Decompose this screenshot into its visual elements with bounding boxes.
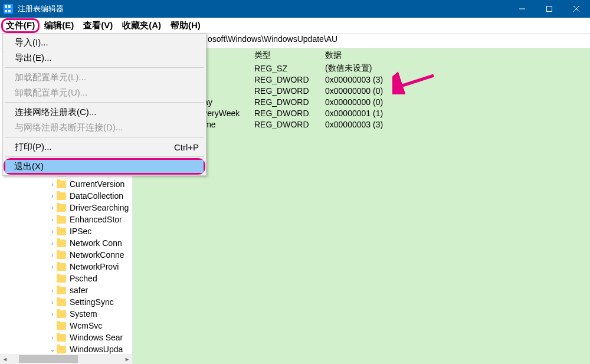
minimize-button[interactable] [509, 0, 536, 18]
scroll-thumb[interactable] [19, 355, 78, 363]
menu-item-export[interactable]: 导出(E)... [4, 50, 205, 65]
folder-icon [57, 346, 66, 353]
window-title: 注册表编辑器 [18, 4, 509, 14]
tree-item[interactable]: ›SettingSync [0, 296, 132, 308]
horizontal-scrollbar[interactable]: ◄ ► [0, 354, 132, 364]
tree: BITS›CurrentVersion›DataCollection›Drive… [0, 166, 132, 364]
folder-icon [57, 310, 66, 318]
scroll-left-button[interactable]: ◄ [0, 354, 10, 364]
tree-expander-icon[interactable]: › [48, 228, 57, 235]
tree-item[interactable]: ›Windows Sear [0, 332, 132, 343]
menu-separator [5, 102, 204, 103]
tree-item[interactable]: ›NetworkConne [0, 249, 132, 261]
tree-item-label: System [70, 309, 97, 319]
tree-expander-icon[interactable]: › [48, 205, 57, 211]
folder-icon [57, 204, 66, 212]
menu-item-disconnect-net: 与网络注册表断开连接(D)... [4, 120, 205, 135]
tree-item[interactable]: ›NetworkProvi [0, 261, 132, 273]
cell-data: 0x00000003 (3) [325, 75, 590, 84]
tree-expander-icon[interactable]: ⌄ [48, 346, 57, 353]
address-path-fragment: osoft\Windows\WindowsUpdate\AU [208, 34, 337, 44]
cell-type: REG_DWORD [254, 86, 325, 96]
folder-icon [57, 263, 66, 271]
tree-item[interactable]: ›System [0, 308, 132, 320]
menu-favorites[interactable]: 收藏夹(A) [117, 19, 166, 32]
tree-item-label: NetworkProvi [70, 262, 119, 271]
menu-separator [5, 67, 204, 68]
tree-item-label: SettingSync [70, 297, 114, 307]
tree-expander-icon[interactable]: › [48, 299, 57, 306]
menu-item-import[interactable]: 导入(I)... [4, 35, 205, 50]
scroll-right-button[interactable]: ► [122, 354, 132, 364]
tree-item-label: WcmSvc [70, 321, 102, 330]
tree-item[interactable]: ›IPSec [0, 225, 132, 237]
cell-type: REG_SZ [254, 64, 325, 73]
cell-data: (数值未设置) [325, 63, 590, 74]
menu-item-connect-net[interactable]: 连接网络注册表(C)... [4, 104, 205, 120]
file-menu-dropdown: 导入(I)... 导出(E)... 加载配置单元(L)... 卸载配置单元(U)… [2, 33, 206, 176]
menu-item-print[interactable]: 打印(P)...Ctrl+P [4, 139, 205, 155]
cell-data: 0x00000001 (1) [325, 109, 590, 118]
tree-item-label: Network Conn [70, 238, 122, 248]
tree-item[interactable]: ›DriverSearching [0, 202, 132, 214]
cell-data: 0x00000003 (3) [325, 120, 590, 129]
tree-expander-icon[interactable]: › [48, 311, 57, 317]
tree-item[interactable]: ›Network Conn [0, 237, 132, 249]
menu-exit-highlight-border: 退出(X) [4, 158, 205, 175]
tree-item[interactable]: ⌄WindowsUpda [0, 343, 132, 355]
tree-item-label: Windows Sear [70, 333, 123, 342]
scroll-track[interactable] [10, 354, 122, 364]
tree-expander-icon[interactable]: › [48, 181, 57, 188]
menu-separator [5, 156, 204, 157]
cell-data: 0x00000000 (0) [325, 97, 590, 107]
tree-item-label: IPSec [70, 227, 91, 236]
tree-expander-icon[interactable]: › [48, 335, 57, 341]
tree-item-label: EnhancedStor [70, 215, 122, 224]
maximize-button[interactable] [536, 0, 563, 18]
tree-item-label: WindowsUpda [70, 345, 123, 354]
cell-type: REG_DWORD [254, 109, 325, 118]
tree-expander-icon[interactable]: › [48, 252, 57, 258]
tree-item-label: NetworkConne [70, 250, 124, 260]
tree-item[interactable]: Psched [0, 273, 132, 284]
cell-type: REG_DWORD [254, 97, 325, 107]
tree-item-label: DataCollection [70, 191, 123, 201]
col-data-header[interactable]: 数据 [325, 50, 590, 61]
tree-item-label: Psched [70, 274, 97, 283]
tree-item[interactable]: ›safer [0, 284, 132, 296]
folder-icon [57, 192, 66, 200]
tree-item-label: DriverSearching [70, 203, 129, 212]
cell-data: 0x00000000 (0) [325, 86, 590, 96]
folder-icon [57, 322, 66, 330]
tree-expander-icon[interactable]: › [48, 240, 57, 247]
cell-type: REG_DWORD [254, 75, 325, 84]
menu-help[interactable]: 帮助(H) [166, 19, 205, 32]
menu-item-exit[interactable]: 退出(X) [5, 160, 204, 173]
tree-expander-icon[interactable]: › [48, 193, 57, 199]
cell-type: REG_DWORD [254, 120, 325, 129]
tree-expander-icon[interactable]: › [48, 217, 57, 223]
menu-edit[interactable]: 编辑(E) [40, 19, 78, 32]
folder-icon [57, 275, 66, 283]
folder-icon [57, 181, 66, 188]
menu-file[interactable]: 文件(F) [1, 18, 40, 33]
folder-icon [57, 251, 66, 259]
menu-view[interactable]: 查看(V) [78, 19, 117, 32]
tree-expander-icon[interactable]: › [48, 264, 57, 270]
folder-icon [57, 334, 66, 342]
menu-item-unload-hive: 卸载配置单元(U)... [4, 85, 205, 100]
menu-item-load-hive: 加载配置单元(L)... [4, 70, 205, 85]
menubar: 文件(F) 编辑(E) 查看(V) 收藏夹(A) 帮助(H) [0, 18, 590, 33]
close-button[interactable] [563, 0, 590, 18]
svg-rect-1 [547, 6, 552, 12]
tree-item[interactable]: ›CurrentVersion [0, 178, 132, 190]
folder-icon [57, 228, 66, 235]
col-type-header[interactable]: 类型 [254, 50, 325, 61]
menu-separator [5, 137, 204, 137]
tree-item[interactable]: ›EnhancedStor [0, 214, 132, 225]
tree-expander-icon[interactable]: › [48, 287, 57, 294]
window-controls [509, 0, 590, 18]
tree-item[interactable]: WcmSvc [0, 320, 132, 332]
app-icon [4, 4, 13, 14]
tree-item[interactable]: ›DataCollection [0, 190, 132, 202]
